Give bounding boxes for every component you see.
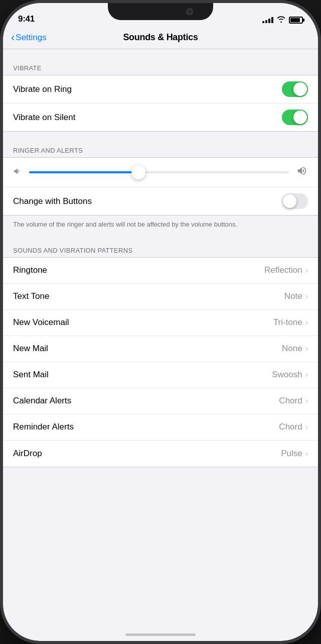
- patterns-section-header: SOUNDS AND VIBRATION PATTERNS: [3, 237, 318, 257]
- reminder-alerts-chevron-icon: ›: [305, 422, 308, 432]
- change-with-buttons-toggle[interactable]: [282, 193, 308, 209]
- new-mail-row[interactable]: New Mail None ›: [3, 336, 318, 362]
- reminder-alerts-right: Chord ›: [279, 422, 308, 432]
- ringer-section-header: RINGER AND ALERTS: [3, 137, 318, 157]
- page-title: Sounds & Haptics: [123, 32, 198, 43]
- signal-bars: [262, 17, 273, 23]
- sent-mail-row[interactable]: Sent Mail Swoosh ›: [3, 362, 318, 388]
- slider-thumb: [131, 165, 145, 179]
- new-mail-right: None ›: [282, 344, 308, 354]
- new-voicemail-chevron-icon: ›: [305, 318, 308, 327]
- ringtone-label: Ringtone: [13, 265, 47, 275]
- volume-quiet-icon: [13, 167, 22, 178]
- ringtone-right: Reflection ›: [264, 265, 308, 275]
- ringer-group: Change with Buttons: [3, 157, 318, 216]
- content-scroll[interactable]: VIBRATE Vibrate on Ring Vibrate on Silen…: [3, 49, 318, 632]
- screen: 9:41: [3, 3, 318, 641]
- airdrop-chevron-icon: ›: [305, 449, 308, 458]
- sent-mail-label: Sent Mail: [13, 370, 49, 380]
- toggle-thumb: [293, 111, 307, 124]
- new-mail-chevron-icon: ›: [305, 344, 308, 353]
- text-tone-chevron-icon: ›: [305, 292, 308, 301]
- spacer-top: [3, 49, 318, 54]
- spacer-ringer: [3, 132, 318, 137]
- signal-bar-1: [262, 21, 264, 23]
- vibrate-silent-row: Vibrate on Silent: [3, 103, 318, 131]
- wifi-icon: [277, 16, 285, 24]
- airdrop-value: Pulse: [281, 449, 302, 459]
- sent-mail-value: Swoosh: [272, 370, 302, 380]
- ringtone-value: Reflection: [264, 265, 302, 275]
- text-tone-label: Text Tone: [13, 291, 49, 301]
- change-with-buttons-row: Change with Buttons: [3, 187, 318, 215]
- change-with-buttons-label: Change with Buttons: [13, 196, 92, 206]
- text-tone-value: Note: [284, 291, 302, 301]
- vibrate-silent-label: Vibrate on Silent: [13, 113, 75, 123]
- text-tone-right: Note ›: [284, 291, 308, 301]
- slider-fill: [29, 171, 138, 173]
- phone-frame: 9:41: [0, 0, 321, 644]
- status-icons: [262, 16, 303, 24]
- airdrop-right: Pulse ›: [281, 449, 308, 459]
- bottom-spacer: [3, 467, 318, 492]
- ringtone-row[interactable]: Ringtone Reflection ›: [3, 258, 318, 284]
- new-voicemail-row[interactable]: New Voicemail Tri-tone ›: [3, 310, 318, 336]
- status-time: 9:41: [18, 14, 35, 24]
- navigation-bar: ‹ Settings Sounds & Haptics: [3, 28, 318, 49]
- reminder-alerts-row[interactable]: Reminder Alerts Chord ›: [3, 414, 318, 441]
- signal-bar-4: [271, 17, 273, 23]
- calendar-alerts-value: Chord: [279, 396, 302, 406]
- vibrate-ring-label: Vibrate on Ring: [13, 84, 72, 94]
- ringer-footer-note: The volume of the ringer and alerts will…: [3, 216, 318, 237]
- reminder-alerts-label: Reminder Alerts: [13, 422, 74, 432]
- calendar-alerts-row[interactable]: Calendar Alerts Chord ›: [3, 388, 318, 414]
- sent-mail-right: Swoosh ›: [272, 370, 308, 380]
- sent-mail-chevron-icon: ›: [305, 370, 308, 379]
- back-button-label: Settings: [16, 33, 46, 43]
- volume-loud-icon: [296, 165, 308, 179]
- vibrate-ring-toggle[interactable]: [282, 81, 308, 97]
- toggle-thumb: [293, 82, 307, 96]
- notch: [108, 3, 213, 20]
- new-mail-label: New Mail: [13, 344, 48, 354]
- toggle-thumb: [283, 194, 296, 208]
- battery-icon: [289, 17, 303, 24]
- home-indicator: [125, 633, 196, 636]
- airdrop-label: AirDrop: [13, 449, 42, 459]
- signal-bar-2: [265, 20, 267, 23]
- volume-slider-row: [3, 158, 318, 187]
- back-chevron-icon: ‹: [11, 32, 15, 43]
- back-button[interactable]: ‹ Settings: [11, 32, 47, 43]
- battery-fill: [290, 18, 300, 22]
- airdrop-row[interactable]: AirDrop Pulse ›: [3, 441, 318, 467]
- calendar-alerts-right: Chord ›: [279, 396, 308, 406]
- vibrate-ring-row: Vibrate on Ring: [3, 75, 318, 103]
- slider-track: [29, 171, 289, 173]
- vibrate-section-header: VIBRATE: [3, 54, 318, 75]
- reminder-alerts-value: Chord: [279, 422, 302, 432]
- signal-bar-3: [268, 19, 270, 23]
- volume-slider[interactable]: [29, 165, 289, 180]
- text-tone-row[interactable]: Text Tone Note ›: [3, 284, 318, 310]
- new-voicemail-label: New Voicemail: [13, 317, 69, 328]
- front-camera: [186, 8, 193, 15]
- new-mail-value: None: [282, 344, 302, 354]
- new-voicemail-value: Tri-tone: [273, 317, 302, 328]
- calendar-alerts-label: Calendar Alerts: [13, 396, 71, 406]
- ringtone-chevron-icon: ›: [305, 266, 308, 275]
- calendar-alerts-chevron-icon: ›: [305, 396, 308, 405]
- vibrate-group: Vibrate on Ring Vibrate on Silent: [3, 75, 318, 132]
- vibrate-silent-toggle[interactable]: [282, 110, 308, 125]
- patterns-group: Ringtone Reflection › Text Tone Note › N…: [3, 257, 318, 467]
- new-voicemail-right: Tri-tone ›: [273, 317, 308, 328]
